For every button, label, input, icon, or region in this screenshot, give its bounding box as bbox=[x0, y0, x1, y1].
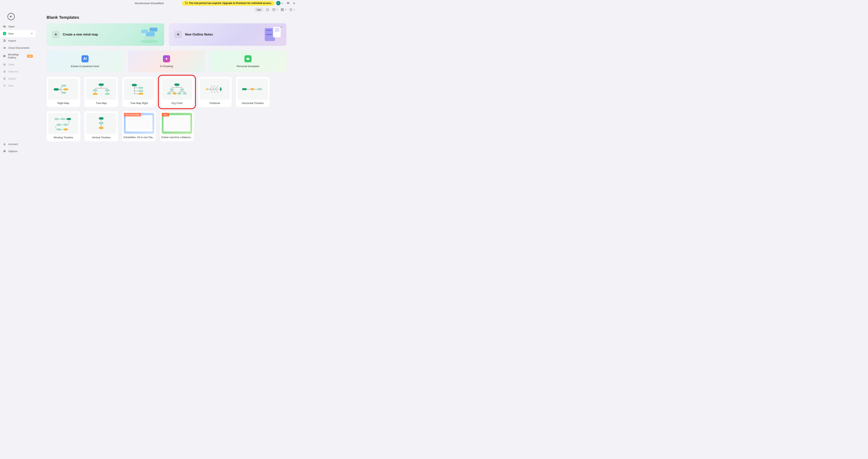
sidebar-item-print[interactable]: Print bbox=[0, 82, 35, 89]
template-label: Horizontal Timeline bbox=[236, 100, 270, 107]
sidebar-item-export[interactable]: Export bbox=[0, 75, 35, 82]
sidebar-item-new[interactable]: + New + bbox=[0, 30, 35, 37]
svg-point-4 bbox=[273, 8, 275, 11]
svg-rect-58 bbox=[64, 124, 68, 126]
folder-star-icon bbox=[244, 55, 251, 62]
plus-circle-icon: + bbox=[3, 32, 6, 35]
svg-rect-42 bbox=[138, 93, 143, 95]
hero-label: Create a new mind map bbox=[63, 33, 98, 36]
apps-menu[interactable]: ▼ bbox=[280, 7, 287, 12]
template-vertical-timeline[interactable]: Vertical Timeline bbox=[85, 111, 118, 141]
chevron-down-icon: ▼ bbox=[285, 9, 287, 11]
app-pill[interactable]: App bbox=[254, 7, 264, 12]
svg-rect-7 bbox=[282, 8, 283, 9]
template-right-map[interactable]: Right Map bbox=[46, 77, 80, 107]
svg-marker-50 bbox=[206, 88, 208, 90]
svg-rect-28 bbox=[275, 28, 279, 29]
svg-rect-30 bbox=[54, 88, 59, 91]
template-preview bbox=[124, 79, 154, 100]
help-menu[interactable]: ▼ bbox=[272, 7, 278, 12]
hero-label: New Outline Notes bbox=[185, 33, 213, 36]
maximize-button[interactable] bbox=[285, 1, 291, 5]
sidebar-item-label: Save As bbox=[8, 70, 18, 73]
chevron-down-icon: ▼ bbox=[293, 9, 295, 11]
feature-ai-drawing[interactable]: AI Drawing bbox=[128, 51, 205, 72]
template-winding-timeline[interactable]: Winding Timeline bbox=[46, 111, 80, 141]
template-org-chart[interactable]: Org Chart bbox=[160, 77, 194, 107]
svg-rect-12 bbox=[4, 63, 5, 64]
sidebar-item-label: New bbox=[8, 32, 13, 35]
svg-rect-38 bbox=[105, 93, 110, 95]
plus-icon[interactable]: + bbox=[31, 32, 33, 35]
ai-drawing-icon bbox=[163, 55, 170, 62]
sidebar-item-label: Cloud Documents bbox=[8, 47, 29, 49]
svg-rect-41 bbox=[138, 90, 143, 92]
shirt-icon bbox=[289, 7, 293, 12]
svg-rect-37 bbox=[93, 93, 97, 95]
import-icon bbox=[3, 39, 6, 42]
sidebar-item-cloud[interactable]: Cloud Documents bbox=[0, 44, 35, 51]
sidebar-item-import[interactable]: Import bbox=[0, 37, 35, 44]
template-online-collab[interactable]: New Online real-time collabora... bbox=[160, 111, 194, 141]
trial-banner[interactable]: The trial period has expired. Upgrade to… bbox=[182, 1, 275, 6]
template-tree-map-right[interactable]: Tree Map Right bbox=[122, 77, 156, 107]
sidebar-item-saveas[interactable]: Save As bbox=[0, 68, 35, 75]
hero-new-outline[interactable]: + New Outline Notes bbox=[169, 23, 286, 46]
svg-rect-56 bbox=[67, 118, 71, 120]
sidebar-item-account[interactable]: Account bbox=[0, 141, 35, 148]
bell-icon[interactable] bbox=[265, 7, 270, 12]
help-icon bbox=[272, 7, 276, 12]
template-label: Winding Timeline bbox=[46, 134, 80, 141]
feature-label: AI Drawing bbox=[160, 65, 173, 68]
svg-rect-23 bbox=[141, 30, 148, 33]
svg-rect-35 bbox=[93, 89, 97, 91]
chevron-down-icon: ▼ bbox=[276, 9, 278, 11]
template-tree-map[interactable]: Tree Map bbox=[85, 77, 118, 107]
back-button[interactable] bbox=[7, 13, 14, 20]
template-preview bbox=[48, 79, 79, 100]
svg-rect-61 bbox=[99, 117, 103, 120]
svg-rect-48 bbox=[177, 93, 181, 94]
svg-rect-26 bbox=[266, 34, 272, 35]
sidebar-item-gallery[interactable]: MindMap Gallery Hot bbox=[0, 51, 35, 61]
recommended-badge: Recommended bbox=[124, 113, 141, 116]
sidebar-item-options[interactable]: Options bbox=[0, 148, 35, 155]
sidebar-item-label: Print bbox=[8, 84, 14, 87]
sidebar-item-label: Open bbox=[8, 25, 15, 28]
sidebar-item-label: Export bbox=[8, 77, 16, 80]
svg-rect-39 bbox=[132, 84, 137, 86]
svg-rect-32 bbox=[64, 88, 68, 90]
svg-rect-6 bbox=[281, 8, 282, 9]
theme-menu[interactable]: ▼ bbox=[289, 7, 295, 12]
top-toolbar: App ▼ ▼ ▼ bbox=[0, 6, 298, 13]
svg-rect-45 bbox=[180, 89, 184, 91]
svg-rect-51 bbox=[242, 88, 247, 90]
close-button[interactable] bbox=[291, 1, 297, 5]
feature-ai-mind[interactable]: AI Edraw AI powered mind bbox=[46, 51, 123, 72]
svg-rect-44 bbox=[170, 89, 174, 91]
svg-rect-16 bbox=[4, 86, 5, 87]
feature-personal-templates[interactable]: Personal templates bbox=[210, 51, 286, 72]
feature-label: Edraw AI powered mind bbox=[71, 65, 99, 68]
svg-rect-53 bbox=[257, 88, 262, 90]
save-icon bbox=[3, 63, 6, 66]
template-preview bbox=[48, 113, 79, 134]
template-label: Vertical Timeline bbox=[85, 134, 118, 141]
template-label: EdrawMax: All-in-one Dia... bbox=[122, 134, 156, 141]
hero-create-mindmap[interactable]: + Create a new mind map bbox=[46, 23, 164, 46]
plus-icon: + bbox=[175, 31, 182, 38]
saveas-icon bbox=[3, 70, 6, 73]
mindmap-illustration-icon bbox=[138, 26, 160, 43]
template-horizontal-timeline[interactable]: Horizontal Timeline bbox=[236, 77, 270, 107]
svg-rect-29 bbox=[275, 30, 279, 31]
sidebar-item-save[interactable]: Save bbox=[0, 61, 35, 68]
svg-rect-36 bbox=[105, 89, 110, 91]
svg-rect-20 bbox=[145, 36, 154, 40]
template-edrawmax[interactable]: Recommended EdrawMax: All-in-one Dia... bbox=[122, 111, 156, 141]
template-preview bbox=[238, 79, 268, 100]
svg-rect-57 bbox=[57, 124, 61, 126]
template-fishbone[interactable]: Fishbone bbox=[198, 77, 231, 107]
sidebar-item-open[interactable]: Open bbox=[0, 23, 35, 30]
minimize-button[interactable] bbox=[279, 1, 285, 5]
feature-label: Personal templates bbox=[237, 65, 259, 68]
